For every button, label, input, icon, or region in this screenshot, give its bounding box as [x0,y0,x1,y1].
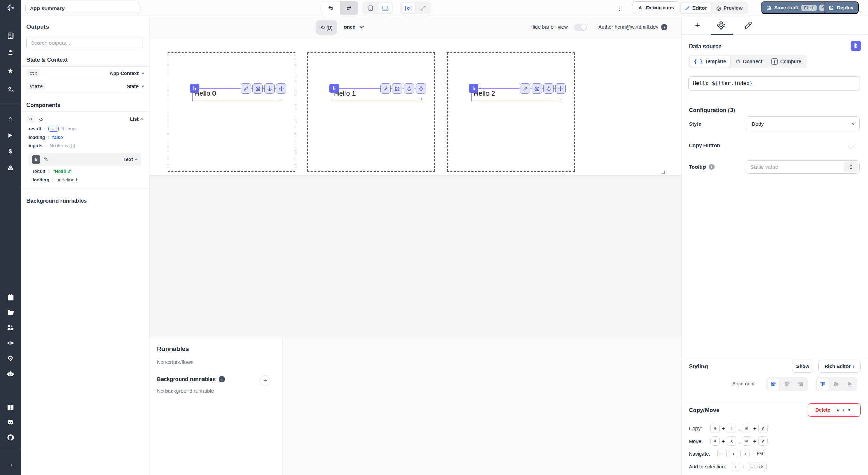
component-badge[interactable]: b [469,84,478,93]
text-component[interactable]: b Hello 2 [471,88,562,101]
windmill-logo-icon[interactable] [6,3,15,12]
align-right-button[interactable] [794,378,807,390]
anchor-icon[interactable] [264,83,275,94]
style-select[interactable]: Body [746,116,860,131]
align-center-h-button[interactable] [781,378,793,390]
workers-icon[interactable] [6,323,15,332]
search-outputs-input[interactable] [26,36,143,49]
expand-icon[interactable] [252,83,263,94]
resources-icon[interactable] [6,164,15,172]
template-tab[interactable]: { } Template [690,56,731,67]
text-component[interactable]: b Hello 1 [332,88,423,101]
align-bottom-button[interactable] [843,378,856,390]
tooltip-input[interactable]: Static value $ [746,160,860,174]
editor-tab[interactable]: Editor [680,3,711,13]
favorites-star-icon[interactable]: ★ [6,67,15,75]
move-icon[interactable] [276,83,286,94]
deploy-button[interactable]: Deploy [824,1,859,14]
component-a-header[interactable]: a List [26,115,143,123]
edit-pencil-icon[interactable]: ✎ [44,156,48,162]
expand-icon[interactable] [532,83,542,94]
github-icon[interactable] [6,433,15,442]
chevron-down-icon[interactable] [141,84,144,87]
expand-icon[interactable] [392,83,402,94]
text-component[interactable]: b Hello 0 [192,88,283,101]
info-icon[interactable]: i [661,24,667,30]
more-menu-kebab-icon[interactable]: ⋮ [617,4,623,12]
static-value-type-button[interactable]: $ [844,162,858,172]
chevron-up-icon[interactable] [140,118,143,121]
list-item-box[interactable]: b Hello 0 [168,52,295,172]
add-background-runnable-button[interactable]: + [260,375,270,386]
schedules-calendar-icon[interactable] [6,293,15,301]
align-right-icon [798,381,803,387]
home-icon[interactable]: ⌂ [6,115,15,123]
connect-tab[interactable]: Connect [731,56,767,67]
settings-gear-icon[interactable]: ⚙ [6,354,15,362]
docs-book-icon[interactable] [6,403,15,412]
folders-icon[interactable] [6,308,15,317]
fullscreen-button[interactable] [416,3,430,13]
move-icon[interactable] [555,83,566,94]
chevron-down-icon[interactable] [141,71,144,74]
rich-editor-button[interactable]: Rich Editor › [818,360,861,373]
align-top-button[interactable] [816,378,829,390]
undo-button[interactable] [322,1,340,15]
info-icon[interactable]: i [219,376,225,382]
hide-bar-toggle[interactable] [574,24,587,31]
delete-component-button[interactable]: Delete ⌘ + ⌫ [808,403,861,417]
insert-component-tab[interactable]: + [693,21,702,30]
component-badge[interactable]: b [190,84,199,93]
center-canvas-button[interactable]: |o| [401,3,415,13]
runs-play-icon[interactable]: ▶ [6,131,15,139]
refresh-button[interactable]: ↻ (0) [316,20,337,35]
result-value: "Hello 2" [52,169,72,174]
app-summary-input[interactable] [25,2,140,14]
mobile-view-button[interactable] [364,3,377,13]
chevron-up-icon[interactable] [135,158,137,161]
debug-runs-button[interactable]: Debug runs [633,1,679,14]
canvas-resize-handle[interactable] [662,171,665,174]
audit-eye-icon[interactable] [6,339,15,347]
list-item-box[interactable]: b Hello 1 [307,52,435,172]
app-canvas[interactable]: b Hello 0 b Hello 1 [149,39,681,176]
save-draft-button[interactable]: Save draft Ctrl S [761,1,832,14]
selected-component-badge[interactable]: b [851,41,861,51]
groups-icon[interactable] [6,85,15,93]
desktop-view-button[interactable] [378,3,392,13]
move-icon[interactable] [416,83,426,94]
expand-array-pill[interactable]: [...] [48,126,58,132]
workspace-icon[interactable] [6,31,15,40]
expand-sidebar-arrow-icon[interactable]: → [6,460,15,468]
align-middle-v-button[interactable] [830,378,843,390]
redo-button[interactable] [340,1,358,15]
component-b-type: Text [123,157,133,162]
component-resize-handle[interactable] [279,98,282,100]
info-icon[interactable]: i [709,164,715,170]
anchor-icon[interactable] [404,83,414,94]
ctx-row[interactable]: ctx App Context [26,67,143,80]
align-left-button[interactable] [767,378,780,390]
schedule-dropdown[interactable]: once [344,24,362,30]
template-expression-input[interactable]: Hello ${iter.index} [688,76,860,90]
component-resize-handle[interactable] [559,98,561,100]
discord-icon[interactable] [6,418,15,426]
ai-robot-icon[interactable] [6,369,15,378]
user-icon[interactable] [6,48,15,57]
edit-pencil-icon[interactable] [380,83,391,94]
preview-tab[interactable]: ◎ Preview [712,3,747,13]
component-badge[interactable]: b [329,84,339,93]
state-row[interactable]: state State [26,80,143,93]
anchor-icon[interactable] [543,83,554,94]
variables-dollar-icon[interactable]: $ [6,148,15,156]
component-b-header[interactable]: b ✎ Text [28,153,141,166]
list-item-box[interactable]: b Hello 2 [447,52,575,172]
component-resize-handle[interactable] [419,98,422,100]
styling-tab[interactable] [743,21,752,30]
show-styling-button[interactable]: Show [792,360,813,373]
edit-pencil-icon[interactable] [241,83,251,94]
edit-pencil-icon[interactable] [520,83,530,94]
component-settings-tab[interactable] [717,21,726,30]
compute-tab[interactable]: ƒ Compute [767,56,806,67]
a-result-row[interactable]: result: [...] 3 items [28,126,143,132]
